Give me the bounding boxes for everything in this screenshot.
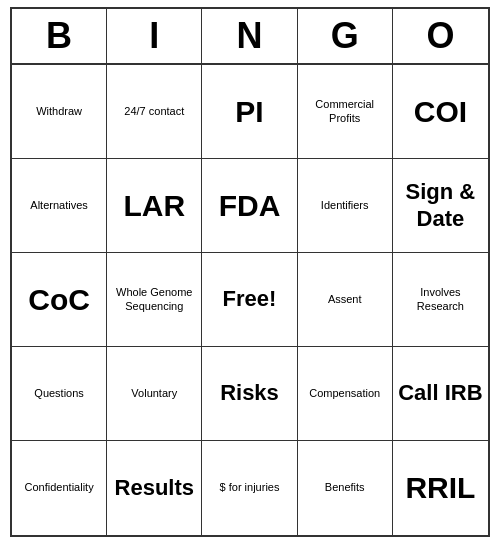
bingo-cell: RRIL (393, 441, 488, 535)
cell-text: Risks (220, 380, 279, 406)
cell-text: Whole Genome Sequencing (111, 286, 197, 312)
cell-text: RRIL (405, 470, 475, 506)
bingo-cell: Withdraw (12, 65, 107, 159)
cell-text: Free! (223, 286, 277, 312)
bingo-cell: Compensation (298, 347, 393, 441)
cell-text: Alternatives (30, 199, 87, 212)
cell-text: Questions (34, 387, 84, 400)
cell-text: Confidentiality (25, 481, 94, 494)
cell-text: Commercial Profits (302, 98, 388, 124)
bingo-cell: Alternatives (12, 159, 107, 253)
bingo-cell: Commercial Profits (298, 65, 393, 159)
bingo-cell: $ for injuries (202, 441, 297, 535)
cell-text: Involves Research (397, 286, 484, 312)
bingo-cell: Call IRB (393, 347, 488, 441)
cell-text: COI (414, 94, 467, 130)
cell-text: PI (235, 94, 263, 130)
cell-text: LAR (123, 188, 185, 224)
bingo-cell: Whole Genome Sequencing (107, 253, 202, 347)
cell-text: Assent (328, 293, 362, 306)
cell-text: Identifiers (321, 199, 369, 212)
bingo-cell: LAR (107, 159, 202, 253)
bingo-cell: Benefits (298, 441, 393, 535)
bingo-grid: Withdraw24/7 contactPICommercial Profits… (12, 65, 488, 535)
bingo-cell: Assent (298, 253, 393, 347)
cell-text: FDA (219, 188, 281, 224)
bingo-cell: Sign & Date (393, 159, 488, 253)
bingo-cell: Results (107, 441, 202, 535)
bingo-card: BINGO Withdraw24/7 contactPICommercial P… (10, 7, 490, 537)
bingo-cell: Involves Research (393, 253, 488, 347)
cell-text: Sign & Date (397, 179, 484, 232)
cell-text: 24/7 contact (124, 105, 184, 118)
bingo-cell: PI (202, 65, 297, 159)
bingo-cell: Free! (202, 253, 297, 347)
bingo-cell: Voluntary (107, 347, 202, 441)
bingo-header-letter: G (298, 9, 393, 63)
bingo-header-letter: O (393, 9, 488, 63)
bingo-header: BINGO (12, 9, 488, 65)
bingo-cell: Risks (202, 347, 297, 441)
cell-text: Call IRB (398, 380, 482, 406)
cell-text: CoC (28, 282, 90, 318)
bingo-header-letter: N (202, 9, 297, 63)
cell-text: $ for injuries (220, 481, 280, 494)
cell-text: Voluntary (131, 387, 177, 400)
bingo-cell: Confidentiality (12, 441, 107, 535)
bingo-cell: COI (393, 65, 488, 159)
bingo-cell: Identifiers (298, 159, 393, 253)
bingo-cell: 24/7 contact (107, 65, 202, 159)
bingo-cell: FDA (202, 159, 297, 253)
cell-text: Results (115, 475, 194, 501)
cell-text: Benefits (325, 481, 365, 494)
bingo-cell: CoC (12, 253, 107, 347)
bingo-header-letter: B (12, 9, 107, 63)
bingo-header-letter: I (107, 9, 202, 63)
bingo-cell: Questions (12, 347, 107, 441)
cell-text: Withdraw (36, 105, 82, 118)
cell-text: Compensation (309, 387, 380, 400)
